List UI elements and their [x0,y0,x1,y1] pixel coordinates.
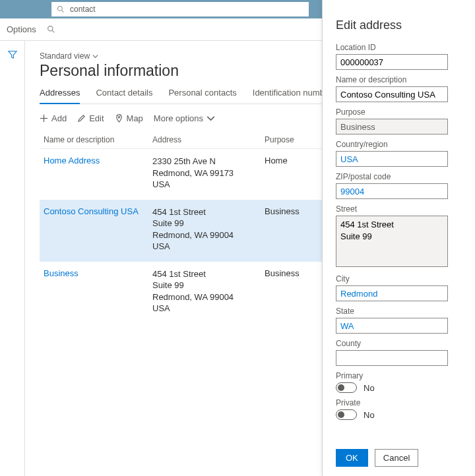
tab-contact-details[interactable]: Contact details [96,88,152,104]
label-location-id: Location ID [336,43,462,52]
search-icon [57,5,65,13]
col-name[interactable]: Name or description [44,135,152,144]
input-country[interactable] [336,151,448,167]
row-address: 2330 25th Ave NRedmond, WA 99173USA [152,156,265,191]
row-name-link[interactable]: Business [44,268,79,278]
more-options-button[interactable]: More options [154,113,215,123]
input-city[interactable] [336,285,448,301]
label-state: State [336,307,462,316]
edit-label: Edit [89,113,104,123]
more-label: More options [154,113,203,123]
global-search-input[interactable] [69,4,303,15]
label-private: Private [336,398,462,407]
tab-personal-contacts[interactable]: Personal contacts [168,88,236,104]
input-location-id[interactable] [336,54,448,70]
ok-button[interactable]: OK [336,449,368,467]
chevron-down-icon [92,53,98,59]
panel-title: Edit address [336,18,462,32]
svg-point-0 [58,7,63,11]
label-primary: Primary [336,371,462,380]
svg-line-3 [52,30,54,32]
pencil-icon [77,114,86,123]
label-name: Name or description [336,75,462,84]
input-name[interactable] [336,86,448,102]
panel-actions: OK Cancel [336,449,418,467]
toggle-primary[interactable] [336,382,357,393]
global-search[interactable] [51,2,309,16]
tab-addresses[interactable]: Addresses [40,88,80,104]
edit-address-panel: Edit address Location ID Name or descrip… [322,0,475,476]
label-purpose: Purpose [336,107,462,117]
row-address: 454 1st StreetSuite 99Redmond, WA 99004U… [152,206,265,253]
map-label: Map [127,113,143,123]
cancel-button[interactable]: Cancel [375,449,418,467]
input-street[interactable] [336,216,448,267]
input-zip[interactable] [336,183,448,199]
map-button[interactable]: Map [115,113,143,123]
row-address: 454 1st StreetSuite 99Redmond, WA 99004U… [152,268,265,314]
label-city: City [336,274,462,283]
svg-line-1 [62,11,64,13]
secondary-search-icon[interactable] [47,25,55,34]
svg-point-6 [118,116,119,117]
edit-button[interactable]: Edit [77,113,104,123]
label-street: Street [336,204,462,214]
plus-icon [40,114,48,123]
input-county[interactable] [336,350,448,366]
map-icon [115,114,123,123]
filter-icon[interactable] [8,51,17,61]
col-address[interactable]: Address [152,135,265,144]
add-label: Add [51,113,67,123]
toggle-private[interactable] [336,409,357,420]
input-purpose[interactable] [336,119,448,134]
label-county: County [336,339,462,348]
toggle-private-value: No [364,410,375,420]
view-label: Standard view [40,51,90,61]
label-country: Country/region [336,140,462,149]
toggle-primary-value: No [364,383,375,393]
chevron-down-icon [206,114,215,123]
options-link[interactable]: Options [7,24,36,34]
svg-point-2 [48,26,52,31]
input-state[interactable] [336,318,448,334]
label-zip: ZIP/postal code [336,172,462,181]
row-name-link[interactable]: Contoso Consulting USA [44,206,139,216]
row-name-link[interactable]: Home Address [44,156,100,165]
filter-column [0,41,25,476]
add-button[interactable]: Add [40,113,67,123]
